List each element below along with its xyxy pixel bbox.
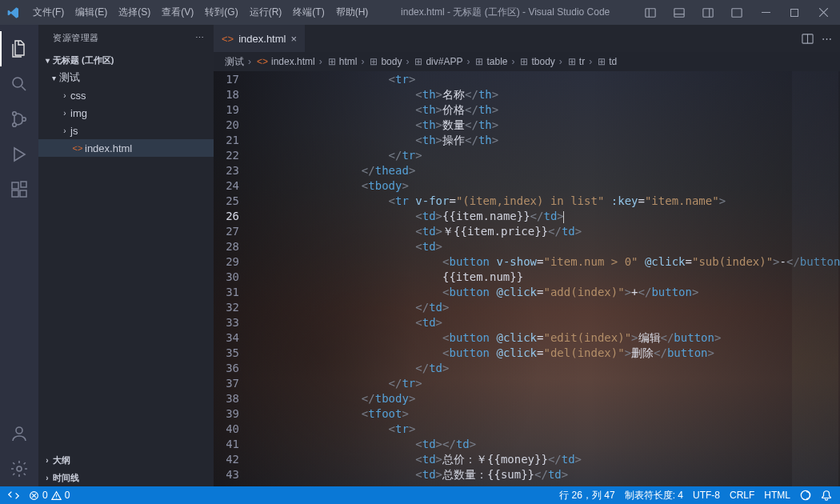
encoding-status[interactable]: UTF-8 (693, 490, 720, 501)
breadcrumb-item[interactable]: html (339, 56, 358, 67)
menu-item[interactable]: 编辑(E) (70, 2, 113, 23)
close-window-button[interactable] (810, 0, 837, 25)
sidebar-title: 资源管理器 (53, 32, 99, 44)
editor-area: <> index.html × ⋯ 测试›<>index.html›⊞html›… (214, 25, 840, 486)
svg-rect-12 (12, 182, 18, 189)
layout-primary-icon[interactable] (637, 0, 664, 25)
layout-secondary-icon[interactable] (694, 0, 722, 25)
layout-panel-icon[interactable] (666, 0, 693, 25)
run-debug-activity-icon[interactable] (0, 137, 38, 172)
minimize-button[interactable] (752, 0, 779, 25)
extensions-activity-icon[interactable] (0, 172, 38, 207)
maximize-button[interactable] (781, 0, 808, 25)
breadcrumb-item[interactable]: table (486, 56, 507, 67)
tab-label: index.html (238, 33, 286, 45)
svg-rect-15 (21, 182, 26, 187)
eol-status[interactable]: CRLF (730, 490, 754, 501)
menu-item[interactable]: 查看(V) (156, 2, 199, 23)
activity-bar (0, 25, 38, 486)
layout-custom-icon[interactable] (723, 0, 750, 25)
menu-item[interactable]: 运行(R) (244, 2, 288, 23)
timeline-label: 时间线 (53, 472, 79, 484)
feedback-icon[interactable] (800, 490, 811, 501)
menu-item[interactable]: 选择(S) (113, 2, 156, 23)
breadcrumb-item[interactable]: body (381, 56, 402, 67)
status-bar: 0 0 行 26，列 47 制表符长度: 4 UTF-8 CRLF HTML (0, 486, 840, 504)
breadcrumb-item[interactable]: tbody (531, 56, 554, 67)
html-file-icon: <> (222, 33, 234, 45)
file-tree: ▾测试›css›img›js<>index.html (38, 69, 214, 451)
menu-item[interactable]: 转到(G) (199, 2, 243, 23)
menu-bar: 文件(F)编辑(E)选择(S)查看(V)转到(G)运行(R)终端(T)帮助(H) (27, 2, 374, 23)
folder-item[interactable]: ›img (38, 104, 214, 122)
tab-index-html[interactable]: <> index.html × (214, 25, 305, 52)
breadcrumbs[interactable]: 测试›<>index.html›⊞html›⊞body›⊞div#APP›⊞ta… (214, 52, 840, 71)
vscode-logo-icon (0, 6, 27, 19)
sidebar-more-icon[interactable]: ⋯ (195, 33, 205, 43)
svg-rect-0 (646, 8, 655, 17)
warning-count: 0 (65, 490, 70, 501)
split-editor-icon[interactable] (802, 33, 814, 45)
outline-label: 大纲 (53, 454, 70, 466)
breadcrumb-item[interactable]: div#APP (426, 56, 462, 67)
svg-point-17 (17, 466, 22, 471)
code-editor[interactable]: 17 <tr>18 <th>名称</th>19 <th>价格</th>20 <t… (214, 71, 840, 486)
folder-item[interactable]: ›js (38, 122, 214, 139)
title-bar: 文件(F)编辑(E)选择(S)查看(V)转到(G)运行(R)终端(T)帮助(H)… (0, 0, 840, 25)
account-activity-icon[interactable] (0, 416, 38, 451)
svg-rect-7 (791, 9, 798, 16)
notifications-icon[interactable] (821, 490, 832, 501)
breadcrumb-item[interactable]: tr (579, 56, 585, 67)
folder-item[interactable]: ▾测试 (38, 69, 214, 86)
source-control-activity-icon[interactable] (0, 102, 38, 137)
minimap[interactable] (792, 71, 838, 486)
problems-indicator[interactable]: 0 0 (29, 490, 70, 501)
outline-section-header[interactable]: ›大纲 (38, 451, 214, 469)
menu-item[interactable]: 终端(T) (287, 2, 330, 23)
svg-point-16 (16, 427, 22, 434)
breadcrumb-item[interactable]: td (609, 56, 617, 67)
svg-rect-13 (12, 190, 18, 197)
breadcrumb-item[interactable]: index.html (271, 56, 315, 67)
svg-rect-14 (20, 190, 26, 197)
close-tab-icon[interactable]: × (290, 33, 297, 45)
svg-point-21 (801, 490, 810, 499)
settings-activity-icon[interactable] (0, 451, 38, 486)
explorer-sidebar: 资源管理器 ⋯ ▾ 无标题 (工作区) ▾测试›css›img›js<>inde… (38, 25, 214, 486)
menu-item[interactable]: 文件(F) (27, 2, 70, 23)
editor-tabs: <> index.html × ⋯ (214, 25, 840, 52)
file-item[interactable]: <>index.html (38, 139, 214, 157)
workspace-name: 无标题 (工作区) (53, 54, 114, 66)
explorer-activity-icon[interactable] (0, 31, 38, 66)
svg-point-11 (22, 118, 26, 122)
svg-point-10 (13, 123, 17, 127)
menu-item[interactable]: 帮助(H) (330, 2, 374, 23)
error-count: 0 (42, 490, 48, 501)
svg-rect-6 (732, 8, 742, 17)
cursor-position[interactable]: 行 26，列 47 (559, 489, 614, 502)
breadcrumb-item[interactable]: 测试 (225, 55, 244, 69)
editor-more-icon[interactable]: ⋯ (822, 33, 832, 45)
language-status[interactable]: HTML (764, 490, 790, 501)
workspace-section-header[interactable]: ▾ 无标题 (工作区) (38, 51, 214, 69)
svg-point-8 (13, 78, 22, 87)
window-title: index.html - 无标题 (工作区) - Visual Studio C… (374, 6, 637, 19)
search-activity-icon[interactable] (0, 66, 38, 102)
svg-rect-2 (674, 8, 684, 17)
timeline-section-header[interactable]: ›时间线 (38, 469, 214, 486)
svg-point-9 (13, 112, 17, 116)
svg-rect-4 (703, 8, 713, 17)
remote-indicator[interactable] (8, 490, 19, 501)
folder-item[interactable]: ›css (38, 86, 214, 104)
indentation-status[interactable]: 制表符长度: 4 (625, 489, 683, 502)
